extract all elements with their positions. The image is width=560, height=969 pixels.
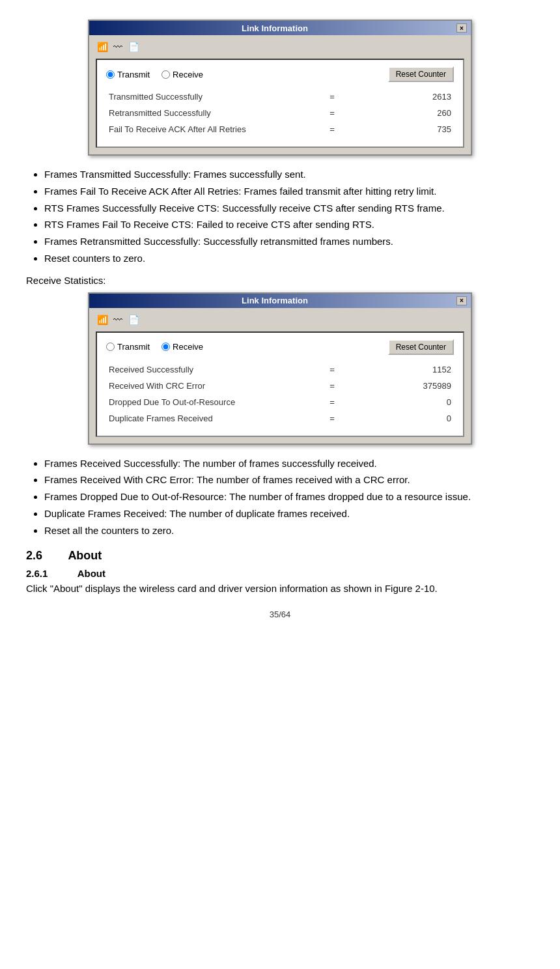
receive-dialog-title: Link Information <box>93 296 456 305</box>
transmit-dialog-titlebar: Link Information × <box>89 21 471 35</box>
stat-value: 1152 <box>350 361 454 378</box>
receive-reset-counter-button[interactable]: Reset Counter <box>388 339 454 355</box>
receive-section-label: Receive Statistics: <box>26 275 534 286</box>
wave-icon: 〰 <box>111 40 124 53</box>
stat-value: 0 <box>350 410 454 427</box>
table-row: Transmitted Successfully = 2613 <box>106 89 454 105</box>
section-261-number: 2.6.1 <box>26 568 48 579</box>
list-item: Frames Retransmitted Successfully: Succe… <box>44 234 534 249</box>
stat-label: Fail To Receive ACK After All Retries <box>106 121 315 137</box>
list-item: Frames Received Successfully: The number… <box>44 456 534 471</box>
receive-dialog-body: 📶 〰 📄 Transmit Receive <box>89 308 471 443</box>
stat-eq: = <box>315 121 349 137</box>
section-261-heading: 2.6.1 About <box>26 568 534 579</box>
section-261-title: About <box>77 568 105 579</box>
list-item: Reset counters to zero. <box>44 251 534 266</box>
stat-value: 0 <box>350 394 454 410</box>
table-row: Dropped Due To Out-of-Resource = 0 <box>106 394 454 410</box>
list-item: Frames Received With CRC Error: The numb… <box>44 473 534 487</box>
receive-transmit-radio-text: Transmit <box>117 342 150 352</box>
receive-transmit-radio-label[interactable]: Transmit <box>106 342 150 352</box>
list-item: Frames Fail To Receive ACK After All Ret… <box>44 184 534 199</box>
receive-dialog-inner: Transmit Receive Reset Counter Received … <box>96 331 464 437</box>
transmit-bullet-section: Frames Transmitted Successfully: Frames … <box>26 167 534 266</box>
stat-eq: = <box>315 378 349 394</box>
transmit-dialog-close-button[interactable]: × <box>456 23 467 33</box>
stat-label: Received With CRC Error <box>106 378 315 394</box>
receive-stats-table: Received Successfully = 1152 Received Wi… <box>106 361 454 427</box>
page-number: 35/64 <box>26 610 534 619</box>
receive-dialog-close-button[interactable]: × <box>456 296 467 305</box>
receive-dialog-wrapper: Link Information × 📶 〰 📄 Transmit <box>26 292 534 445</box>
stat-value: 735 <box>350 121 454 137</box>
transmit-dialog-toolbar: 📶 〰 📄 <box>96 40 464 53</box>
table-row: Received Successfully = 1152 <box>106 361 454 378</box>
list-item: Reset all the counters to zero. <box>44 524 534 538</box>
transmit-radio-text: Transmit <box>117 70 150 79</box>
transmit-stats-table: Transmitted Successfully = 2613 Retransm… <box>106 89 454 137</box>
list-item: Frames Dropped Due to Out-of-Resource: T… <box>44 490 534 504</box>
transmit-dialog-inner: Transmit Receive Reset Counter Transmitt… <box>96 59 464 148</box>
transmit-radio-row: Transmit Receive Reset Counter <box>106 66 454 82</box>
section-26-number: 2.6 <box>26 549 42 562</box>
transmit-dialog-body: 📶 〰 📄 Transmit Receive <box>89 35 471 154</box>
stat-label: Transmitted Successfully <box>106 89 315 105</box>
transmit-radio-label[interactable]: Transmit <box>106 70 150 79</box>
stat-eq: = <box>315 410 349 427</box>
receive-radio-label[interactable]: Receive <box>161 70 203 79</box>
receive-radio-input[interactable] <box>161 70 170 79</box>
receive-radio-text: Receive <box>173 70 203 79</box>
section-26-heading: 2.6 About <box>26 549 534 563</box>
stat-eq: = <box>315 361 349 378</box>
receive-radio-group-inputs: Transmit Receive <box>106 342 203 352</box>
receive-dialog-toolbar: 📶 〰 📄 <box>96 313 464 326</box>
receive-radio-row: Transmit Receive Reset Counter <box>106 339 454 355</box>
list-item: RTS Frames Successfully Receive CTS: Suc… <box>44 201 534 216</box>
table-row: Fail To Receive ACK After All Retries = … <box>106 121 454 137</box>
list-item: Frames Transmitted Successfully: Frames … <box>44 167 534 182</box>
receive-bullet-section: Frames Received Successfully: The number… <box>26 456 534 538</box>
stat-eq: = <box>315 394 349 410</box>
stat-value: 260 <box>350 105 454 121</box>
transmit-radio-group: Transmit Receive <box>106 70 203 79</box>
doc-icon: 📄 <box>127 40 140 53</box>
receive-bullets-list: Frames Received Successfully: The number… <box>44 456 534 538</box>
stat-eq: = <box>315 89 349 105</box>
section-26-title: About <box>68 549 102 562</box>
stat-value: 375989 <box>350 378 454 394</box>
stat-label: Received Successfully <box>106 361 315 378</box>
transmit-dialog: Link Information × 📶 〰 📄 Transmit <box>88 20 472 156</box>
transmit-reset-counter-button[interactable]: Reset Counter <box>388 66 454 82</box>
stat-label: Retransmitted Successfully <box>106 105 315 121</box>
receive-wifi-icon: 📶 <box>96 313 109 326</box>
receive-dialog: Link Information × 📶 〰 📄 Transmit <box>88 292 472 445</box>
transmit-dialog-title: Link Information <box>93 23 456 33</box>
receive-receive-radio-label[interactable]: Receive <box>161 342 203 352</box>
stat-value: 2613 <box>350 89 454 105</box>
table-row: Retransmitted Successfully = 260 <box>106 105 454 121</box>
receive-receive-radio-input[interactable] <box>161 343 170 351</box>
receive-transmit-radio-input[interactable] <box>106 343 115 351</box>
table-row: Received With CRC Error = 375989 <box>106 378 454 394</box>
receive-doc-icon: 📄 <box>127 313 140 326</box>
transmit-bullets-list: Frames Transmitted Successfully: Frames … <box>44 167 534 266</box>
transmit-radio-input[interactable] <box>106 70 115 79</box>
wifi-icon: 📶 <box>96 40 109 53</box>
stat-eq: = <box>315 105 349 121</box>
receive-wave-icon: 〰 <box>111 313 124 326</box>
list-item: Duplicate Frames Received: The number of… <box>44 507 534 521</box>
stat-label: Dropped Due To Out-of-Resource <box>106 394 315 410</box>
about-text: Click "About" displays the wireless card… <box>26 582 534 597</box>
receive-receive-radio-text: Receive <box>173 342 203 352</box>
receive-dialog-titlebar: Link Information × <box>89 294 471 308</box>
list-item: RTS Frames Fail To Receive CTS: Failed t… <box>44 218 534 232</box>
transmit-dialog-wrapper: Link Information × 📶 〰 📄 Transmit <box>26 20 534 156</box>
stat-label: Duplicate Frames Received <box>106 410 315 427</box>
table-row: Duplicate Frames Received = 0 <box>106 410 454 427</box>
